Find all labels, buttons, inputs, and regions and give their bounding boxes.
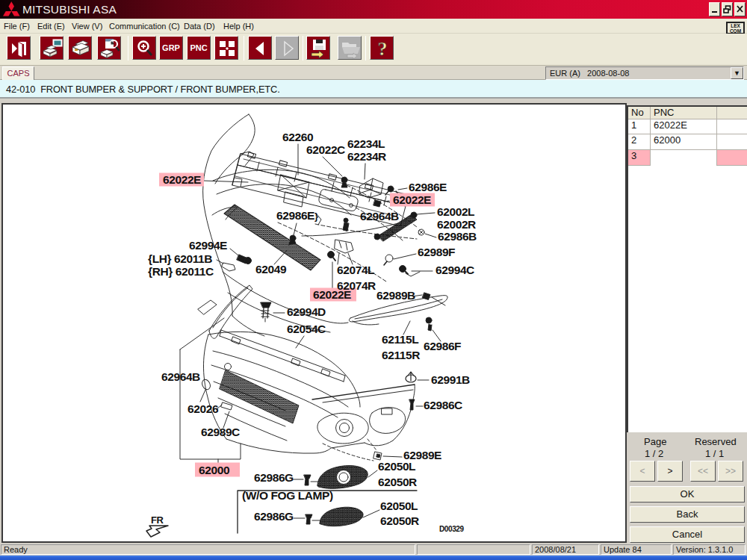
svg-text:62115R: 62115R [382, 349, 420, 361]
svg-text:62074L: 62074L [337, 264, 374, 276]
svg-text:62234L: 62234L [347, 137, 385, 150]
svg-text:62022E: 62022E [393, 193, 431, 206]
svg-text:62054C: 62054C [287, 323, 326, 335]
svg-text:62050L: 62050L [380, 500, 418, 512]
svg-text:62989C: 62989C [201, 426, 240, 438]
svg-text:62986G: 62986G [254, 510, 294, 523]
svg-text:D00329: D00329 [439, 525, 464, 533]
svg-text:62964B: 62964B [360, 210, 399, 223]
svg-text:62991B: 62991B [431, 373, 470, 386]
svg-text:62000: 62000 [199, 464, 229, 476]
svg-text:FR: FR [151, 514, 164, 526]
svg-text:{RH} 62011C: {RH} 62011C [148, 265, 214, 278]
svg-text:62986B: 62986B [438, 230, 477, 243]
svg-text:62994C: 62994C [436, 264, 474, 276]
svg-text:62989F: 62989F [418, 246, 455, 258]
svg-text:62986E: 62986E [409, 181, 447, 193]
svg-text:62022E: 62022E [163, 173, 201, 186]
svg-text:62026: 62026 [187, 402, 219, 415]
svg-text:62002L: 62002L [437, 205, 474, 218]
svg-text:}: } [314, 211, 318, 222]
svg-text:(W/O FOG LAMP): (W/O FOG LAMP) [242, 489, 333, 502]
svg-text:62986F: 62986F [424, 340, 461, 352]
svg-text:62986G: 62986G [254, 471, 294, 484]
svg-text:62050R: 62050R [380, 514, 419, 527]
svg-text:62050R: 62050R [378, 476, 417, 488]
svg-text:62994D: 62994D [287, 305, 326, 318]
svg-text:62989B: 62989B [376, 289, 415, 302]
svg-text:?: ? [378, 38, 388, 60]
svg-text:62115L: 62115L [382, 333, 418, 346]
svg-text:62050L: 62050L [378, 460, 415, 473]
svg-text:62986C: 62986C [424, 399, 462, 411]
svg-text:62049: 62049 [255, 263, 287, 276]
svg-text:62964B: 62964B [161, 370, 200, 383]
svg-text:62994E: 62994E [189, 239, 227, 252]
svg-text:62022E: 62022E [313, 288, 351, 301]
svg-text:62260: 62260 [282, 131, 313, 143]
svg-text:{LH} 62011B: {LH} 62011B [148, 252, 212, 265]
svg-text:62002R: 62002R [437, 218, 476, 231]
svg-text:62986E: 62986E [276, 209, 314, 222]
svg-text:62234R: 62234R [347, 150, 386, 163]
svg-text:62022C: 62022C [306, 143, 345, 156]
